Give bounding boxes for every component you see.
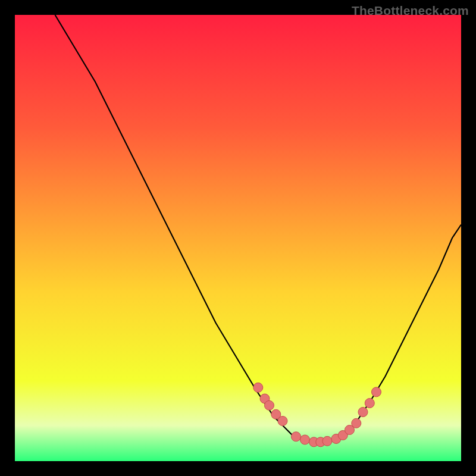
plot-area: [15, 15, 461, 461]
chart-stage: TheBottleneck.com: [0, 0, 476, 476]
salient-dot: [253, 383, 263, 392]
plot-svg: [15, 15, 461, 461]
salient-dot: [292, 432, 301, 441]
watermark-text: TheBottleneck.com: [352, 4, 469, 18]
salient-dot: [265, 400, 274, 410]
salient-dot: [278, 416, 287, 426]
salient-dot: [300, 435, 310, 444]
salient-dot: [358, 408, 368, 417]
salient-dot: [372, 387, 381, 397]
salient-dot: [352, 418, 361, 428]
salient-dot: [322, 436, 332, 446]
salient-dot: [365, 399, 374, 408]
gradient-background: [15, 15, 461, 461]
